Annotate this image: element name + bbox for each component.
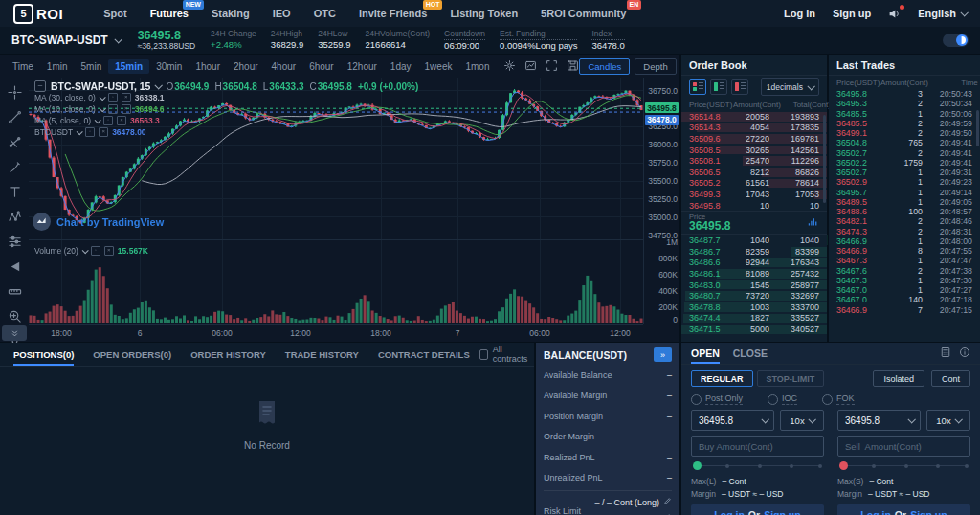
tab-positions-0-[interactable]: POSITIONS(0) bbox=[4, 343, 83, 366]
indicator-remove-icon[interactable]: × bbox=[104, 246, 114, 256]
tab-open[interactable]: OPEN bbox=[691, 343, 720, 364]
interval-1day[interactable]: 1day bbox=[384, 59, 418, 74]
settings-icon[interactable] bbox=[503, 59, 516, 74]
zoom-in-icon[interactable] bbox=[8, 309, 22, 325]
order-book-ask-row[interactable]: 36499.31704317053 bbox=[681, 189, 827, 200]
snapshot-icon[interactable] bbox=[567, 59, 579, 74]
indicator-settings-icon[interactable]: ◦ bbox=[108, 93, 118, 102]
balance-expand-button[interactable]: » bbox=[654, 347, 672, 362]
interval-1week[interactable]: 1week bbox=[418, 59, 459, 74]
order-book-bid-row[interactable]: 36474.41827335527 bbox=[681, 313, 827, 325]
order-book-ask-row[interactable]: 36514.820058193893 bbox=[681, 111, 827, 123]
order-book-ask-row[interactable]: 36514.34054173835 bbox=[681, 123, 827, 134]
fullscreen-icon[interactable] bbox=[546, 59, 558, 74]
indicator-remove-icon[interactable]: × bbox=[122, 104, 131, 114]
indicator-settings-icon[interactable]: ◦ bbox=[108, 104, 118, 114]
brush-icon[interactable] bbox=[8, 160, 22, 176]
order-book-ask-row[interactable]: 36506.5821286826 bbox=[681, 167, 827, 178]
legend-hide-icon[interactable]: – bbox=[34, 80, 46, 92]
scrollbar[interactable] bbox=[976, 110, 979, 146]
order-book-ask-row[interactable]: 36508.125470112296 bbox=[681, 155, 827, 167]
text-icon[interactable] bbox=[8, 185, 22, 201]
indicator-settings-icon[interactable]: ◦ bbox=[85, 127, 95, 137]
nav-item-otc[interactable]: OTC bbox=[302, 8, 347, 19]
tif-option-ioc[interactable]: IOC bbox=[768, 393, 797, 405]
book-mode-asks-icon[interactable] bbox=[731, 79, 748, 95]
indicator-icon[interactable] bbox=[524, 59, 537, 74]
indicator-remove-icon[interactable]: × bbox=[122, 93, 131, 102]
order-book-ask-row[interactable]: 36495.81010 bbox=[681, 200, 827, 212]
nav-item-5roi-community[interactable]: 5ROI CommunityEN bbox=[529, 8, 637, 19]
indicator-label[interactable]: MA (30, close, 0) bbox=[34, 93, 96, 102]
tif-option-post-only[interactable]: Post Only bbox=[691, 393, 743, 405]
nav-item-futures[interactable]: FuturesNEW bbox=[139, 8, 200, 19]
signup-link[interactable]: Sign up bbox=[833, 8, 871, 19]
legend-symbol[interactable]: BTC-SWAP-USDT, 15 bbox=[51, 80, 150, 92]
interval-12hour[interactable]: 12hour bbox=[341, 59, 384, 74]
buy-leverage-select[interactable]: 10x bbox=[780, 410, 824, 431]
crosshair-icon[interactable] bbox=[8, 85, 22, 101]
buy-amount-input[interactable] bbox=[692, 437, 823, 456]
order-book-ask-row[interactable]: 36508.530265142561 bbox=[681, 145, 827, 156]
order-book-ask-row[interactable]: 36505.26156178614 bbox=[681, 178, 827, 190]
time-axis[interactable]: 18:00606:0012:0018:00706:0012:00 bbox=[29, 324, 643, 342]
interval-1min[interactable]: 1min bbox=[40, 59, 75, 74]
sell-login-button[interactable]: Log inOrSign up bbox=[837, 504, 970, 515]
trendline-icon[interactable] bbox=[8, 110, 22, 126]
indicator-label[interactable]: BTCUSDT bbox=[34, 127, 73, 137]
tradingview-attribution[interactable]: Chart by TradingView bbox=[33, 213, 164, 231]
tab-order-history[interactable]: ORDER HISTORY bbox=[181, 343, 276, 366]
interval-6hour[interactable]: 6hour bbox=[302, 59, 341, 74]
tif-option-fok[interactable]: FOK bbox=[822, 393, 855, 405]
interval-2hour[interactable]: 2hour bbox=[227, 59, 265, 74]
nav-item-ieo[interactable]: IEO bbox=[261, 8, 302, 19]
nav-item-listing-token[interactable]: Listing Token bbox=[438, 8, 529, 19]
order-book-bid-row[interactable]: 36487.710401040 bbox=[681, 235, 827, 246]
order-book-ask-row[interactable]: 36509.627220169781 bbox=[681, 133, 827, 145]
calculator-icon[interactable] bbox=[940, 347, 951, 360]
sell-amount-input[interactable] bbox=[838, 437, 969, 456]
pitchfork-icon[interactable] bbox=[8, 135, 22, 151]
forecast-icon[interactable] bbox=[8, 235, 22, 251]
decimals-dropdown[interactable]: 1decimals bbox=[761, 78, 819, 96]
book-mode-split-icon[interactable] bbox=[689, 79, 706, 95]
buy-slider-thumb[interactable] bbox=[693, 461, 702, 470]
volume-label[interactable]: Volume (20) bbox=[34, 246, 78, 256]
depth-view-button[interactable]: Depth bbox=[635, 58, 676, 75]
order-type-regular[interactable]: REGULAR bbox=[691, 370, 753, 387]
order-book-bid-row[interactable]: 36486.181089257432 bbox=[681, 268, 827, 280]
margin-mode-button[interactable]: Isolated bbox=[873, 370, 924, 387]
sell-leverage-select[interactable]: 10x bbox=[926, 410, 970, 431]
buy-amount-slider[interactable] bbox=[693, 459, 822, 472]
announcement-speaker-icon[interactable] bbox=[888, 8, 901, 20]
order-book-bid-row[interactable]: 36480.773720332697 bbox=[681, 290, 827, 302]
login-link[interactable]: Log in bbox=[784, 8, 815, 19]
info-icon[interactable] bbox=[959, 347, 970, 360]
indicator-label[interactable]: MA (10, close, 0) bbox=[34, 104, 96, 114]
interval-time[interactable]: Time bbox=[6, 59, 40, 74]
tab-contract-details[interactable]: CONTRACT DETAILS bbox=[368, 343, 479, 366]
nav-item-invite-friends[interactable]: Invite FriendsHOT bbox=[347, 8, 439, 19]
tab-open-orders-0-[interactable]: OPEN ORDERS(0) bbox=[83, 343, 181, 366]
buy-login-button[interactable]: Log inOrSign up bbox=[691, 504, 824, 515]
indicator-settings-icon[interactable]: ◦ bbox=[103, 116, 113, 125]
order-book-bid-row[interactable]: 36486.692944176343 bbox=[681, 258, 827, 269]
tab-trade-history[interactable]: TRADE HISTORY bbox=[276, 343, 368, 366]
interval-5min[interactable]: 5min bbox=[75, 59, 109, 74]
interval-30min[interactable]: 30min bbox=[149, 59, 189, 74]
interval-1mon[interactable]: 1mon bbox=[458, 59, 496, 74]
logo[interactable]: 5 ROI bbox=[13, 4, 63, 24]
price-axis[interactable]: 36750.036250.036000.035750.035500.035250… bbox=[643, 78, 680, 324]
tab-close[interactable]: CLOSE bbox=[733, 343, 768, 364]
theme-toggle[interactable] bbox=[943, 34, 969, 47]
unit-button[interactable]: Cont bbox=[931, 370, 970, 387]
order-book-bid-row[interactable]: 36478.81003333700 bbox=[681, 302, 827, 313]
scrollbar[interactable] bbox=[823, 115, 826, 203]
toolbar-collapse-button[interactable] bbox=[2, 325, 27, 341]
indicator-remove-icon[interactable]: × bbox=[117, 116, 126, 125]
order-type-stop-limit[interactable]: STOP-LIMIT bbox=[757, 370, 825, 387]
indicator-label[interactable]: MA (5, close, 0) bbox=[34, 116, 91, 125]
pattern-icon[interactable] bbox=[8, 210, 22, 226]
indicator-settings-icon[interactable]: ◦ bbox=[91, 246, 100, 256]
all-contracts-checkbox[interactable] bbox=[479, 349, 488, 360]
